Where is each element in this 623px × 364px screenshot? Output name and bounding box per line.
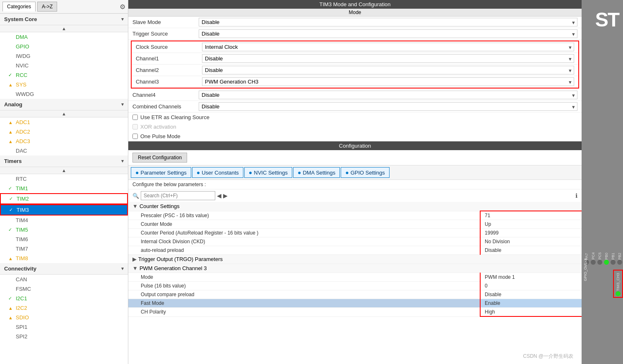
search-row: 🔍 ◀ ▶ ℹ bbox=[128, 189, 582, 202]
etr-label: Use ETR as Clearing Source bbox=[140, 114, 209, 120]
slave-mode-select[interactable]: Disable bbox=[199, 18, 577, 26]
channel4-select[interactable]: Disable bbox=[199, 91, 577, 99]
nav-prev-icon[interactable]: ◀ bbox=[217, 192, 221, 199]
channel1-label: Channel1 bbox=[136, 55, 202, 62]
tab-gpio-settings[interactable]: ● GPIO Settings bbox=[341, 167, 390, 178]
tab-atoz[interactable]: A->Z bbox=[37, 2, 57, 12]
sidebar-item-dac[interactable]: DAC bbox=[0, 146, 128, 156]
one-pulse-checkbox[interactable] bbox=[132, 134, 138, 139]
sidebar-item-nvic[interactable]: NVIC bbox=[0, 61, 128, 70]
sidebar-item-iwdg[interactable]: IWDG bbox=[0, 51, 128, 61]
sidebar-item-adc3[interactable]: ▲ ADC3 bbox=[0, 136, 128, 146]
sidebar-item-wwdg[interactable]: WWDG bbox=[0, 89, 128, 99]
trigger-source-select[interactable]: Disable bbox=[199, 29, 577, 38]
sidebar-item-i2c1[interactable]: ✓ I2C1 bbox=[0, 294, 128, 303]
sidebar-item-can[interactable]: CAN bbox=[0, 275, 128, 284]
gear-icon[interactable]: ⚙ bbox=[120, 3, 125, 11]
main-content: TIM3 Mode and Configuration Mode Slave M… bbox=[128, 0, 582, 364]
scroll-up-analog[interactable]: ▲ bbox=[0, 110, 128, 117]
channel3-row: Channel3 PWM Generation CH3 bbox=[132, 76, 578, 88]
reset-config-button[interactable]: Reset Configuration bbox=[132, 153, 187, 163]
section-connectivity[interactable]: Connectivity ▾ bbox=[0, 263, 128, 275]
channel2-select[interactable]: Disable bbox=[202, 66, 574, 74]
sidebar-top: Categories A->Z ⚙ bbox=[0, 0, 128, 14]
clock-source-select-wrapper[interactable]: Internal Clock bbox=[202, 43, 574, 51]
pb1-dot bbox=[611, 260, 616, 265]
mode-panel: TIM3 Mode and Configuration Mode Slave M… bbox=[128, 0, 582, 141]
sidebar-item-i2c2[interactable]: ▲ I2C2 bbox=[0, 303, 128, 313]
trigger-source-select-wrapper[interactable]: Disable bbox=[199, 29, 577, 38]
xor-checkbox[interactable] bbox=[132, 124, 138, 129]
pin-pc4: PC4 bbox=[590, 251, 597, 265]
one-pulse-label: One Pulse Mode bbox=[140, 133, 180, 139]
nav-next-icon[interactable]: ▶ bbox=[223, 192, 228, 199]
sidebar-item-tim1[interactable]: ✓ TIM1 bbox=[0, 184, 128, 193]
tab-dma-settings[interactable]: ● DMA Settings bbox=[293, 167, 340, 178]
channel4-select-wrapper[interactable]: Disable bbox=[199, 91, 577, 99]
iwdg-label: IWDG bbox=[16, 53, 30, 59]
sidebar-item-fsmc[interactable]: FSMC bbox=[0, 284, 128, 294]
tab-nvic-settings[interactable]: ● NVIC Settings bbox=[244, 167, 292, 178]
pwm-channel3-section[interactable]: ▼PWM Generation Channel 3 bbox=[128, 264, 582, 273]
combined-channels-select[interactable]: Disable bbox=[199, 102, 577, 111]
sidebar-item-adc1[interactable]: ▲ ADC1 bbox=[0, 117, 128, 127]
scroll-up-system-core[interactable]: ▲ bbox=[0, 25, 128, 32]
tim8-label: TIM8 bbox=[16, 255, 28, 261]
section-timers[interactable]: Timers ▾ bbox=[0, 156, 128, 167]
adc3-warn-icon: ▲ bbox=[8, 139, 14, 144]
section-analog[interactable]: Analog ▾ bbox=[0, 99, 128, 110]
etr-checkbox-row: Use ETR as Clearing Source bbox=[128, 113, 582, 122]
sidebar-item-tim8[interactable]: ▲ TIM8 bbox=[0, 254, 128, 263]
one-pulse-checkbox-row: One Pulse Mode bbox=[128, 132, 582, 141]
sidebar-item-tim3[interactable]: ✓ TIM3 bbox=[0, 204, 128, 216]
sidebar-item-sdio[interactable]: ▲ SDIO bbox=[0, 313, 128, 322]
tab-parameter-settings[interactable]: ● Parameter Settings bbox=[131, 167, 191, 178]
channel3-select-wrapper[interactable]: PWM Generation CH3 bbox=[202, 77, 574, 86]
channel2-select-wrapper[interactable]: Disable bbox=[202, 66, 574, 74]
sidebar-item-gpio[interactable]: GPIO bbox=[0, 42, 128, 51]
etr-checkbox[interactable] bbox=[132, 115, 138, 120]
autoreload-value: Disable bbox=[480, 246, 582, 255]
csdn-watermark: CSDN @一介野生码农 bbox=[523, 353, 573, 360]
sidebar-item-tim6[interactable]: TIM6 bbox=[0, 235, 128, 244]
channel1-select-wrapper[interactable]: Disable bbox=[202, 54, 574, 63]
channel1-select[interactable]: Disable bbox=[202, 54, 574, 63]
sidebar-item-tim4[interactable]: TIM4 bbox=[0, 216, 128, 225]
sidebar-item-spi2[interactable]: SPI2 bbox=[0, 332, 128, 341]
tab-user-constants[interactable]: ● User Constants bbox=[192, 167, 243, 178]
sidebar-item-sys[interactable]: ▲ SYS bbox=[0, 80, 128, 89]
trigger-output-section[interactable]: ▶Trigger Output (TRGO) Parameters bbox=[128, 255, 582, 264]
pb0-dot bbox=[604, 260, 609, 265]
sidebar-item-tim2[interactable]: ✓ TIM2 bbox=[0, 193, 128, 204]
pin-pb0-main: PB0 bbox=[603, 251, 610, 265]
output-compare-label: Output compare preload bbox=[128, 290, 480, 299]
tab-categories[interactable]: Categories bbox=[2, 2, 36, 12]
sidebar-item-dma[interactable]: DMA bbox=[0, 32, 128, 42]
params-search-input[interactable] bbox=[141, 191, 215, 200]
channel3-select[interactable]: PWM Generation CH3 bbox=[202, 77, 574, 86]
sidebar-item-tim7[interactable]: TIM7 bbox=[0, 244, 128, 254]
sidebar-item-spi1[interactable]: SPI1 bbox=[0, 322, 128, 332]
sidebar-item-tim5[interactable]: ✓ TIM5 bbox=[0, 225, 128, 235]
section-connectivity-label: Connectivity bbox=[4, 266, 36, 272]
table-row[interactable]: Fast Mode Enable bbox=[128, 299, 582, 308]
xor-checkbox-row: XOR activation bbox=[128, 122, 582, 132]
table-row: Prescaler (PSC - 16 bits value) 71 bbox=[128, 211, 582, 220]
section-system-core-label: System Core bbox=[4, 16, 37, 22]
sidebar-item-adc2[interactable]: ▲ ADC2 bbox=[0, 127, 128, 136]
scroll-up-timers[interactable]: ▲ bbox=[0, 167, 128, 174]
sidebar-item-rcc[interactable]: ✓ RCC bbox=[0, 70, 128, 80]
sidebar-item-rtc[interactable]: RTC bbox=[0, 174, 128, 184]
clock-source-select[interactable]: Internal Clock bbox=[202, 43, 574, 51]
sidebar: Categories A->Z ⚙ System Core ▾ ▲ DMA GP… bbox=[0, 0, 128, 364]
red-outline-group: Clock Source Internal Clock Channel1 Dis… bbox=[131, 41, 579, 89]
prescaler-value: 71 bbox=[480, 211, 582, 220]
table-row: Counter Mode Up bbox=[128, 220, 582, 229]
right-panel: ST TIM3_CH3 PA7 PC4 PC5 PB0 PB1 bbox=[582, 0, 623, 364]
section-system-core[interactable]: System Core ▾ bbox=[0, 14, 128, 25]
slave-mode-select-wrapper[interactable]: Disable bbox=[199, 18, 577, 26]
pin-pb0-dot bbox=[616, 291, 621, 296]
tim2-check-icon: ✓ bbox=[9, 196, 15, 201]
combined-channels-select-wrapper[interactable]: Disable bbox=[199, 102, 577, 111]
counter-settings-section[interactable]: ▼Counter Settings bbox=[128, 202, 582, 211]
